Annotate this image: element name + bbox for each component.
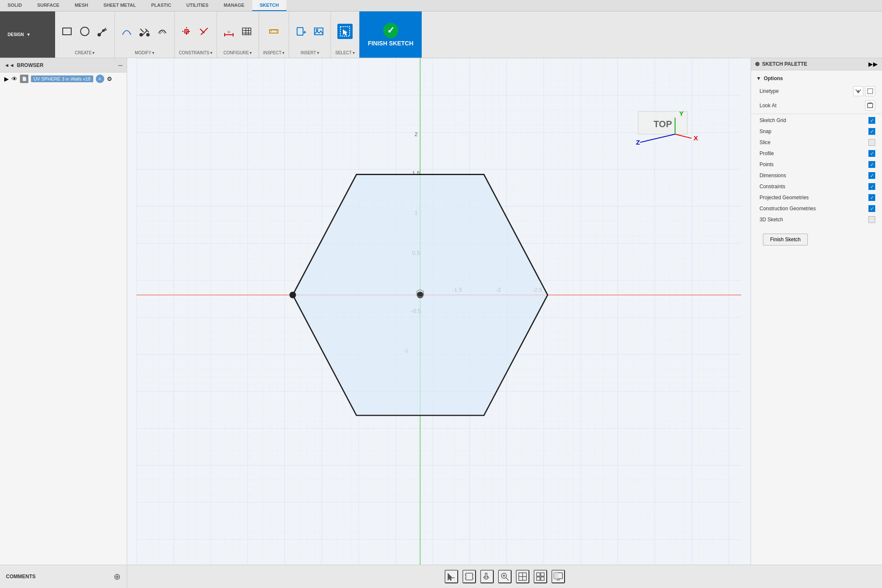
lookat-label: Look At (760, 103, 776, 109)
design-label: DESIGN (8, 32, 24, 37)
grid-tool-bottom[interactable] (534, 570, 547, 583)
visibility-icon[interactable]: 👁 (11, 75, 17, 82)
constraints-checkbox[interactable]: ✓ (868, 183, 875, 190)
palette-dot-icon (755, 62, 760, 66)
tab-sketch[interactable]: SKETCH (252, 0, 287, 11)
svg-point-9 (140, 33, 142, 36)
trim-tool[interactable] (137, 24, 152, 39)
inspect-label[interactable]: INSPECT ▾ (263, 49, 284, 55)
tab-bar: SOLID SURFACE MESH SHEET METAL PLASTIC U… (0, 0, 882, 11)
sketch-grid-checkbox[interactable]: ✓ (868, 117, 875, 124)
svg-point-1 (81, 27, 89, 36)
configure-label[interactable]: CONFIGURE ▾ (223, 49, 252, 55)
constraints-section: CONSTRAINTS ▾ (175, 11, 217, 58)
zoom-tool-bottom[interactable] (498, 570, 512, 583)
constraint-2[interactable] (197, 24, 212, 39)
3d-sketch-checkbox[interactable] (868, 216, 875, 223)
palette-row-dimensions: Dimensions ✓ (751, 170, 882, 181)
insert-image[interactable] (311, 24, 326, 39)
dimension-tool[interactable]: D (221, 24, 236, 39)
canvas-area[interactable]: 2 1.5 1 0.5 -0.5 -1 -1.5 -2 -2.5 TOP Y (127, 58, 751, 565)
projected-checkbox[interactable]: ✓ (868, 194, 875, 201)
constraint-1[interactable] (179, 24, 194, 39)
insert-add[interactable] (293, 24, 309, 39)
settings-icon[interactable]: ⚙ (107, 75, 112, 82)
constraints-row-label: Constraints (760, 184, 785, 189)
svg-rect-67 (466, 573, 473, 580)
palette-row-snap: Snap ✓ (751, 126, 882, 137)
tab-utilities[interactable]: UTILITIES (179, 0, 216, 11)
browser-collapse-icon[interactable]: ◄◄ (4, 62, 14, 68)
tab-solid[interactable]: SOLID (0, 0, 30, 11)
constraints-label[interactable]: CONSTRAINTS ▾ (179, 49, 212, 55)
tab-mesh[interactable]: MESH (67, 0, 96, 11)
browser-title: ◄◄ BROWSER (4, 62, 43, 68)
table-tool[interactable] (239, 24, 254, 39)
svg-text:D: D (228, 30, 230, 34)
frame-tool-bottom[interactable] (462, 570, 476, 583)
tab-sheet-metal[interactable]: SHEET METAL (96, 0, 144, 11)
tab-plastic[interactable]: PLASTIC (144, 0, 179, 11)
linetype-label: Linetype (760, 88, 779, 94)
profile-checkbox[interactable]: ✓ (868, 150, 875, 157)
sketch-palette: SKETCH PALETTE ▶▶ ▼ Options Linetype (751, 58, 882, 565)
pan-tool-bottom[interactable] (480, 570, 494, 583)
svg-rect-64 (868, 103, 873, 108)
palette-row-sketch-grid: Sketch Grid ✓ (751, 115, 882, 126)
design-button[interactable]: DESIGN ▼ (0, 11, 55, 58)
palette-options: ▼ Options Linetype Look At (751, 70, 882, 256)
svg-rect-79 (537, 573, 540, 576)
palette-row-slice: Slice (751, 137, 882, 148)
create-label[interactable]: CREATE ▾ (75, 49, 95, 55)
palette-row-linetype: Linetype (751, 84, 882, 98)
display-tool-bottom[interactable] (551, 570, 565, 583)
sketch-canvas[interactable]: 2 1.5 1 0.5 -0.5 -1 -1.5 -2 -2.5 TOP Y (127, 58, 751, 565)
svg-rect-81 (537, 577, 540, 580)
select-label[interactable]: SELECT ▾ (335, 49, 355, 55)
points-checkbox[interactable]: ✓ (868, 161, 875, 168)
palette-row-profile: Profile ✓ (751, 148, 882, 159)
select-cursor[interactable] (337, 24, 353, 39)
line-tool[interactable] (95, 24, 110, 39)
svg-text:TOP: TOP (654, 119, 672, 129)
modify-section: MODIFY ▾ (115, 11, 175, 58)
slice-checkbox[interactable] (868, 139, 875, 146)
modify-label[interactable]: MODIFY ▾ (135, 49, 154, 55)
document-name: UV SPHERE 3 in Walls v18 (31, 75, 93, 82)
finish-sketch-bottom-button[interactable]: Finish Sketch (763, 234, 808, 245)
rectangle-tool[interactable] (59, 24, 75, 39)
svg-text:Z: Z (636, 139, 640, 146)
svg-line-15 (200, 29, 204, 33)
svg-rect-0 (63, 28, 71, 35)
linetype-icon-1[interactable] (853, 86, 863, 96)
finish-sketch-checkmark: ✓ (383, 23, 398, 38)
finish-sketch-button[interactable]: ✓ FINISH SKETCH (359, 11, 422, 58)
svg-line-73 (506, 578, 509, 580)
arc-tool[interactable] (119, 24, 134, 39)
options-header[interactable]: ▼ Options (751, 73, 882, 84)
tab-manage[interactable]: MANAGE (216, 0, 252, 11)
snap-checkbox[interactable]: ✓ (868, 128, 875, 135)
browser-close-icon[interactable]: – (118, 61, 122, 70)
lookat-icon[interactable] (865, 100, 875, 111)
palette-row-projected: Projected Geometries ✓ (751, 192, 882, 203)
insert-label[interactable]: INSERT ▾ (300, 49, 319, 55)
circle-tool[interactable] (77, 24, 92, 39)
document-icon: 📄 (20, 75, 28, 83)
linetype-icon-2[interactable] (865, 86, 875, 96)
palette-expand-icon[interactable]: ▶▶ (868, 61, 878, 67)
dimensions-checkbox[interactable]: ✓ (868, 172, 875, 179)
browser-item[interactable]: ▶ 👁 📄 UV SPHERE 3 in Walls v18 K ⚙ (0, 72, 127, 85)
main-area: ◄◄ BROWSER – ▶ 👁 📄 UV SPHERE 3 in Walls … (0, 58, 882, 565)
palette-row-construction: Construction Geometries ✓ (751, 203, 882, 214)
tab-surface[interactable]: SURFACE (30, 0, 67, 11)
user-avatar: K (96, 75, 104, 83)
measure-tool[interactable] (266, 24, 281, 39)
view-tool-bottom[interactable] (516, 570, 529, 583)
cursor-tool-bottom[interactable] (445, 570, 458, 583)
construction-checkbox[interactable]: ✓ (868, 205, 875, 212)
expand-icon[interactable]: ▶ (4, 75, 9, 82)
slice-label: Slice (760, 139, 771, 145)
comments-add-icon[interactable]: ⊕ (114, 571, 121, 582)
offset-tool[interactable] (155, 24, 170, 39)
